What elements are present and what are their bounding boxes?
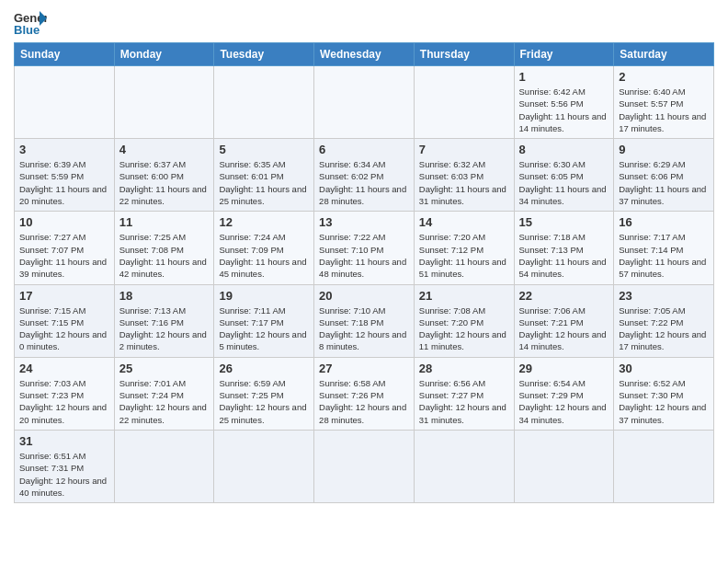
calendar-cell: 25Sunrise: 7:01 AMSunset: 7:24 PMDayligh… xyxy=(114,357,214,430)
calendar-cell: 17Sunrise: 7:15 AMSunset: 7:15 PMDayligh… xyxy=(15,284,115,357)
day-number: 6 xyxy=(319,143,409,156)
calendar-cell xyxy=(114,66,214,139)
calendar-cell: 10Sunrise: 7:27 AMSunset: 7:07 PMDayligh… xyxy=(15,212,115,284)
day-number: 12 xyxy=(219,215,309,229)
day-info: Sunrise: 7:13 AMSunset: 7:16 PMDaylight:… xyxy=(119,304,210,353)
day-info: Sunrise: 7:22 AMSunset: 7:10 PMDaylight:… xyxy=(319,231,409,280)
header: General Blue xyxy=(14,9,714,37)
header-day-tuesday: Tuesday xyxy=(214,43,314,66)
day-number: 19 xyxy=(219,289,309,303)
day-number: 26 xyxy=(219,362,309,375)
calendar-cell: 24Sunrise: 7:03 AMSunset: 7:23 PMDayligh… xyxy=(15,357,115,430)
day-info: Sunrise: 6:37 AMSunset: 6:00 PMDaylight:… xyxy=(119,158,210,207)
calendar-cell xyxy=(15,66,115,139)
day-number: 30 xyxy=(619,362,709,375)
header-row: SundayMondayTuesdayWednesdayThursdayFrid… xyxy=(15,43,714,66)
week-row-6: 31Sunrise: 6:51 AMSunset: 7:31 PMDayligh… xyxy=(15,430,714,502)
day-number: 14 xyxy=(419,215,509,229)
calendar-cell xyxy=(314,66,415,139)
day-number: 11 xyxy=(119,215,210,229)
calendar-cell: 6Sunrise: 6:34 AMSunset: 6:02 PMDaylight… xyxy=(314,139,415,212)
calendar-cell: 20Sunrise: 7:10 AMSunset: 7:18 PMDayligh… xyxy=(314,284,415,357)
day-number: 25 xyxy=(119,362,210,375)
day-number: 13 xyxy=(319,215,409,229)
calendar-cell xyxy=(314,430,415,502)
day-info: Sunrise: 6:42 AMSunset: 5:56 PMDaylight:… xyxy=(519,86,609,134)
calendar-cell xyxy=(214,430,314,502)
week-row-2: 3Sunrise: 6:39 AMSunset: 5:59 PMDaylight… xyxy=(15,139,714,212)
day-number: 5 xyxy=(219,143,309,156)
header-day-monday: Monday xyxy=(114,43,214,66)
header-day-friday: Friday xyxy=(514,43,614,66)
day-number: 23 xyxy=(619,289,709,303)
day-info: Sunrise: 7:08 AMSunset: 7:20 PMDaylight:… xyxy=(419,304,509,353)
day-info: Sunrise: 6:34 AMSunset: 6:02 PMDaylight:… xyxy=(319,158,409,207)
day-info: Sunrise: 7:15 AMSunset: 7:15 PMDaylight:… xyxy=(19,304,109,353)
day-info: Sunrise: 6:51 AMSunset: 7:31 PMDaylight:… xyxy=(19,450,109,499)
day-info: Sunrise: 6:30 AMSunset: 6:05 PMDaylight:… xyxy=(519,158,609,207)
day-number: 27 xyxy=(319,362,409,375)
day-info: Sunrise: 7:10 AMSunset: 7:18 PMDaylight:… xyxy=(319,304,409,353)
day-number: 31 xyxy=(19,434,109,448)
day-number: 20 xyxy=(319,289,409,303)
logo: General Blue xyxy=(14,9,47,37)
day-info: Sunrise: 6:35 AMSunset: 6:01 PMDaylight:… xyxy=(219,158,309,207)
day-number: 9 xyxy=(619,143,709,156)
calendar-cell: 13Sunrise: 7:22 AMSunset: 7:10 PMDayligh… xyxy=(314,212,415,284)
calendar-cell: 1Sunrise: 6:42 AMSunset: 5:56 PMDaylight… xyxy=(514,66,614,139)
day-info: Sunrise: 6:56 AMSunset: 7:27 PMDaylight:… xyxy=(419,377,509,426)
day-number: 8 xyxy=(519,143,609,156)
calendar-cell xyxy=(214,66,314,139)
svg-text:Blue: Blue xyxy=(14,23,40,37)
calendar-cell xyxy=(614,430,714,502)
calendar-cell: 3Sunrise: 6:39 AMSunset: 5:59 PMDaylight… xyxy=(15,139,115,212)
day-info: Sunrise: 6:59 AMSunset: 7:25 PMDaylight:… xyxy=(219,377,309,426)
day-info: Sunrise: 6:39 AMSunset: 5:59 PMDaylight:… xyxy=(19,158,109,207)
calendar-cell: 11Sunrise: 7:25 AMSunset: 7:08 PMDayligh… xyxy=(114,212,214,284)
calendar-cell: 5Sunrise: 6:35 AMSunset: 6:01 PMDaylight… xyxy=(214,139,314,212)
calendar-cell: 9Sunrise: 6:29 AMSunset: 6:06 PMDaylight… xyxy=(614,139,714,212)
calendar-cell: 16Sunrise: 7:17 AMSunset: 7:14 PMDayligh… xyxy=(614,212,714,284)
day-number: 22 xyxy=(519,289,609,303)
day-number: 21 xyxy=(419,289,509,303)
calendar-cell: 19Sunrise: 7:11 AMSunset: 7:17 PMDayligh… xyxy=(214,284,314,357)
calendar-cell: 2Sunrise: 6:40 AMSunset: 5:57 PMDaylight… xyxy=(614,66,714,139)
day-info: Sunrise: 6:52 AMSunset: 7:30 PMDaylight:… xyxy=(619,377,709,426)
header-day-wednesday: Wednesday xyxy=(314,43,415,66)
calendar-cell xyxy=(114,430,214,502)
day-number: 10 xyxy=(19,215,109,229)
day-number: 24 xyxy=(19,362,109,375)
day-number: 16 xyxy=(619,215,709,229)
day-info: Sunrise: 7:06 AMSunset: 7:21 PMDaylight:… xyxy=(519,304,609,353)
day-number: 17 xyxy=(19,289,109,303)
calendar-cell: 21Sunrise: 7:08 AMSunset: 7:20 PMDayligh… xyxy=(414,284,514,357)
day-info: Sunrise: 7:25 AMSunset: 7:08 PMDaylight:… xyxy=(119,231,210,280)
calendar-cell: 27Sunrise: 6:58 AMSunset: 7:26 PMDayligh… xyxy=(314,357,415,430)
calendar-cell: 30Sunrise: 6:52 AMSunset: 7:30 PMDayligh… xyxy=(614,357,714,430)
day-info: Sunrise: 7:17 AMSunset: 7:14 PMDaylight:… xyxy=(619,231,709,280)
day-info: Sunrise: 6:40 AMSunset: 5:57 PMDaylight:… xyxy=(619,86,709,134)
week-row-3: 10Sunrise: 7:27 AMSunset: 7:07 PMDayligh… xyxy=(15,212,714,284)
day-info: Sunrise: 6:54 AMSunset: 7:29 PMDaylight:… xyxy=(519,377,609,426)
day-info: Sunrise: 7:18 AMSunset: 7:13 PMDaylight:… xyxy=(519,231,609,280)
header-day-saturday: Saturday xyxy=(614,43,714,66)
day-info: Sunrise: 6:58 AMSunset: 7:26 PMDaylight:… xyxy=(319,377,409,426)
calendar-cell xyxy=(514,430,614,502)
calendar-cell: 26Sunrise: 6:59 AMSunset: 7:25 PMDayligh… xyxy=(214,357,314,430)
calendar-cell xyxy=(414,430,514,502)
calendar-cell: 23Sunrise: 7:05 AMSunset: 7:22 PMDayligh… xyxy=(614,284,714,357)
calendar-cell: 4Sunrise: 6:37 AMSunset: 6:00 PMDaylight… xyxy=(114,139,214,212)
day-number: 1 xyxy=(519,70,609,84)
day-info: Sunrise: 7:20 AMSunset: 7:12 PMDaylight:… xyxy=(419,231,509,280)
calendar-cell: 7Sunrise: 6:32 AMSunset: 6:03 PMDaylight… xyxy=(414,139,514,212)
calendar-cell: 15Sunrise: 7:18 AMSunset: 7:13 PMDayligh… xyxy=(514,212,614,284)
week-row-1: 1Sunrise: 6:42 AMSunset: 5:56 PMDaylight… xyxy=(15,66,714,139)
calendar-cell: 31Sunrise: 6:51 AMSunset: 7:31 PMDayligh… xyxy=(15,430,115,502)
day-info: Sunrise: 6:29 AMSunset: 6:06 PMDaylight:… xyxy=(619,158,709,207)
day-number: 18 xyxy=(119,289,210,303)
calendar-table: SundayMondayTuesdayWednesdayThursdayFrid… xyxy=(14,42,714,503)
day-info: Sunrise: 7:11 AMSunset: 7:17 PMDaylight:… xyxy=(219,304,309,353)
calendar-cell: 8Sunrise: 6:30 AMSunset: 6:05 PMDaylight… xyxy=(514,139,614,212)
calendar-cell: 28Sunrise: 6:56 AMSunset: 7:27 PMDayligh… xyxy=(414,357,514,430)
calendar-cell: 14Sunrise: 7:20 AMSunset: 7:12 PMDayligh… xyxy=(414,212,514,284)
